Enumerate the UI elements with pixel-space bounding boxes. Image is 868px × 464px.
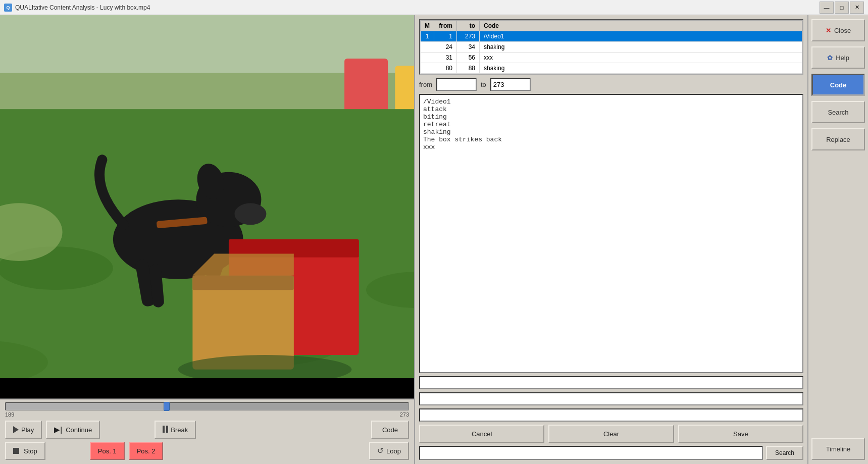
- to-label: to: [481, 81, 486, 88]
- window-title: QUALItative Content Analysis - Lucy with…: [15, 4, 150, 11]
- break-button[interactable]: Break: [155, 421, 196, 439]
- continue-button[interactable]: ▶| Continue: [46, 421, 100, 439]
- svg-point-13: [234, 203, 266, 225]
- extra-input-2[interactable]: [419, 392, 803, 405]
- loop-button[interactable]: ↺ Loop: [369, 442, 409, 460]
- maximize-button[interactable]: □: [835, 2, 849, 14]
- cancel-button[interactable]: Cancel: [419, 425, 544, 443]
- clear-button[interactable]: Clear: [548, 425, 674, 443]
- replace-button[interactable]: Replace: [811, 128, 865, 150]
- progress-labels: 189 273: [5, 411, 409, 418]
- video-scene-svg: [0, 15, 414, 398]
- stop-icon: [13, 448, 19, 454]
- help-button[interactable]: ✿ Help: [811, 46, 865, 69]
- help-icon: ✿: [827, 54, 833, 62]
- cell-from: 31: [434, 53, 457, 63]
- extra-input-3[interactable]: [419, 408, 803, 422]
- cell-from: 80: [434, 63, 457, 74]
- last-search-input[interactable]: [419, 446, 763, 460]
- cell-from: 1: [434, 31, 457, 42]
- from-input[interactable]: [436, 78, 477, 91]
- right-panel: M from to Code 11273/Video12434shaking31…: [414, 15, 807, 464]
- continue-icon: ▶|: [54, 425, 62, 434]
- cell-code: shaking: [480, 63, 802, 74]
- from-to-row: from to: [419, 78, 803, 91]
- col-header-code: Code: [480, 21, 802, 31]
- loop-icon: ↺: [377, 446, 384, 455]
- table-header: M from to Code: [421, 21, 802, 31]
- video-bottom-bar: [0, 378, 414, 398]
- progress-thumb[interactable]: [164, 402, 170, 411]
- cell-code: xxx: [480, 53, 802, 63]
- left-panel: 189 273 Play ▶| Continue Bre: [0, 15, 414, 464]
- pos2-button[interactable]: Pos. 2: [129, 442, 164, 460]
- extra-input-1[interactable]: [419, 376, 803, 389]
- search-side-button[interactable]: Search: [811, 101, 865, 123]
- cell-to: 273: [457, 31, 480, 42]
- cell-to: 34: [457, 42, 480, 53]
- timeline-button[interactable]: Timeline: [811, 438, 865, 460]
- btn-row-2: Stop Pos. 1 Pos. 2 ↺ Loop: [5, 442, 409, 460]
- cell-to: 88: [457, 63, 480, 74]
- code-side-active-button[interactable]: Code: [811, 74, 865, 96]
- table-container: M from to Code 11273/Video12434shaking31…: [419, 19, 803, 75]
- from-label: from: [419, 81, 432, 88]
- progress-fill: [6, 403, 167, 410]
- cell-code: /Video1: [480, 31, 802, 42]
- close-x-icon: ✕: [826, 27, 831, 34]
- title-bar: Q QUALItative Content Analysis - Lucy wi…: [0, 0, 868, 15]
- video-area: [0, 15, 414, 398]
- progress-current: 189: [5, 411, 14, 418]
- table-row[interactable]: 11273/Video1: [421, 31, 802, 42]
- play-button[interactable]: Play: [5, 421, 42, 439]
- table-row[interactable]: 3156xxx: [421, 53, 802, 63]
- close-button[interactable]: ✕ Close: [811, 19, 865, 41]
- svg-rect-22: [192, 276, 293, 290]
- progress-track[interactable]: [5, 402, 409, 410]
- code-textarea[interactable]: [419, 94, 803, 373]
- main-layout: 189 273 Play ▶| Continue Bre: [0, 15, 868, 464]
- far-right-panel: ✕ Close ✿ Help Code Search Replace Timel…: [807, 15, 868, 464]
- save-button[interactable]: Save: [678, 425, 803, 443]
- controls-area: 189 273 Play ▶| Continue Bre: [0, 398, 414, 464]
- cell-from: 24: [434, 42, 457, 53]
- col-header-m: M: [421, 21, 434, 31]
- app-icon: Q: [4, 4, 12, 12]
- window-close-button[interactable]: ✕: [850, 2, 864, 14]
- title-bar-left: Q QUALItative Content Analysis - Lucy wi…: [4, 4, 150, 12]
- search-button[interactable]: Search: [766, 446, 803, 460]
- col-header-to: to: [457, 21, 480, 31]
- col-header-from: from: [434, 21, 457, 31]
- svg-rect-2: [344, 59, 388, 117]
- minimize-button[interactable]: —: [820, 2, 834, 14]
- title-bar-controls: — □ ✕: [820, 2, 864, 14]
- cell-m: [421, 42, 434, 53]
- btn-row-1: Play ▶| Continue Break Code: [5, 421, 409, 439]
- last-input-container: Search: [419, 446, 803, 460]
- table-row[interactable]: 2434shaking: [421, 42, 802, 53]
- cell-m: [421, 63, 434, 74]
- cell-to: 56: [457, 53, 480, 63]
- pos1-button[interactable]: Pos. 1: [90, 442, 125, 460]
- cell-code: shaking: [480, 42, 802, 53]
- video-frame: [0, 15, 414, 398]
- table-row[interactable]: 8088shaking: [421, 63, 802, 74]
- code-button[interactable]: Code: [371, 421, 409, 439]
- data-table: M from to Code 11273/Video12434shaking31…: [420, 20, 802, 74]
- progress-end: 273: [400, 411, 409, 418]
- pause-icon: [163, 426, 168, 434]
- stop-button[interactable]: Stop: [5, 442, 45, 460]
- play-icon: [13, 426, 19, 433]
- progress-bar-container[interactable]: 189 273: [5, 402, 409, 418]
- bottom-btn-row: Cancel Clear Save: [419, 425, 803, 443]
- cell-m: [421, 53, 434, 63]
- to-input[interactable]: [490, 78, 531, 91]
- cell-m: 1: [421, 31, 434, 42]
- svg-rect-3: [395, 66, 414, 116]
